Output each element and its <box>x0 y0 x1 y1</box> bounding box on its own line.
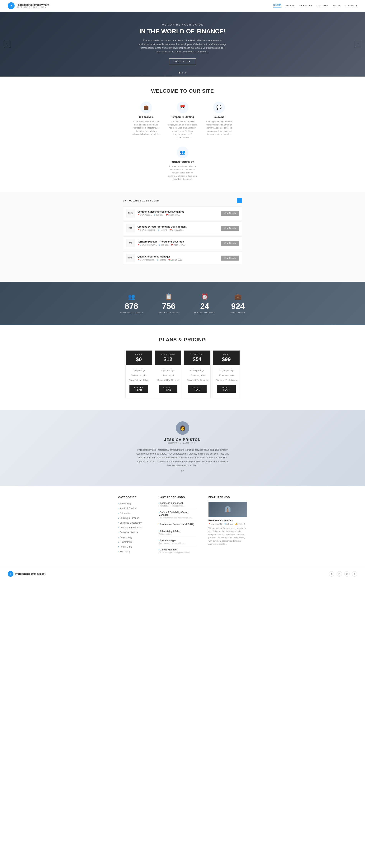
pricing-feature-advanced-1: 10 featured jobs <box>186 373 208 378</box>
stat-satisfied-clients: 👥 878 Satisfied Clients <box>120 293 143 314</box>
category-link-1[interactable]: Admin & Clerical <box>118 507 137 510</box>
pricing-feature-free-1: No featured jobs <box>128 373 150 378</box>
category-link-7[interactable]: Engineering <box>118 536 132 538</box>
sourcing-title: Sourcing <box>205 116 233 118</box>
hero-dot-1[interactable] <box>179 72 180 73</box>
pricing-select-btn-free[interactable]: Select Plan <box>129 385 148 393</box>
feature-job-analysis: 💼 Job analysis In situations where multi… <box>132 102 161 139</box>
category-link-9[interactable]: Health Care <box>118 546 132 548</box>
featured-job-description: We are looking for business consultants … <box>208 527 247 546</box>
nav-contact[interactable]: CONTACT <box>345 4 357 7</box>
job-location-0: 📍USA, Arizona <box>137 214 152 216</box>
feature-sourcing: 💬 Sourcing Sourcing is the use of one or… <box>205 102 233 139</box>
pricing-select-btn-standard[interactable]: Select Plan <box>159 385 177 393</box>
job-view-button-3[interactable]: View Details <box>221 255 239 260</box>
last-job-meta-1: This situation will lead and manage so..… <box>159 517 197 519</box>
pricing-feature-free-2: Displayed for 10 days <box>128 378 150 382</box>
social-linkedin[interactable]: in <box>337 571 342 577</box>
hours-support-icon: ⏰ <box>194 293 215 300</box>
footer-featured-job: FEATURED JOB 👔 Business Consultant 📍New … <box>208 496 247 557</box>
list-item: Store Manager Store Manager role at stir… <box>159 539 197 547</box>
job-view-button-0[interactable]: View Details <box>221 211 239 216</box>
hero-cta-button[interactable]: POST A JOB <box>169 58 196 65</box>
category-link-3[interactable]: Banking & Finance <box>118 517 139 519</box>
social-twitter[interactable]: t <box>329 571 334 577</box>
nav-blog[interactable]: BLOG <box>333 4 340 7</box>
pricing-feature-free-0: 1 job postings <box>128 368 150 373</box>
nav-services[interactable]: SERVICES <box>299 4 312 7</box>
list-item: Advertising / Sales Writing, public... <box>159 530 197 537</box>
job-meta-0: 📍USA, Arizona ⏱Full time 📅Sep 09, 2015 <box>137 214 221 216</box>
category-link-5[interactable]: Contract & Freelance <box>118 526 141 529</box>
logo[interactable]: ✈ Professional employment RECRUITING SEA… <box>8 2 49 9</box>
last-job-title-3[interactable]: Advertising / Sales <box>159 530 197 533</box>
pricing-features-standard: 4 job postings 1 featured job Displayed … <box>155 365 181 398</box>
jobs-arrow-button[interactable]: → <box>237 198 242 204</box>
list-item: Engineering <box>118 535 147 539</box>
job-view-button-2[interactable]: View Details <box>221 241 239 246</box>
nav-about[interactable]: ABOUT <box>286 4 294 7</box>
pricing-feature-advanced-2: Displayed For 30 days <box>186 378 208 382</box>
temp-staffing-title: Temporary Staffing <box>168 116 197 118</box>
featured-job-title[interactable]: Business Consultant <box>208 519 247 522</box>
pricing-plan-name-free: FREE <box>128 353 150 355</box>
pricing-select-btn-maxi[interactable]: Select Plan <box>217 385 236 393</box>
job-date-0: 📅Sep 09, 2015 <box>166 214 180 216</box>
hero-dot-2[interactable] <box>182 72 184 73</box>
jobs-header: 10 AVAILABLE JOBS FOUND → <box>123 198 242 204</box>
pricing-select-btn-advanced[interactable]: Select Plan <box>188 385 206 393</box>
category-link-4[interactable]: Business Opportunity <box>118 522 141 524</box>
list-item: Center Manager Center Manager manage res… <box>159 548 197 555</box>
social-facebook[interactable]: f <box>352 571 357 577</box>
last-job-title-1[interactable]: Safety & Reliability Group Manager <box>159 511 197 516</box>
pricing-card-maxi: MAXI $99 100 job postings 50 featured jo… <box>213 350 240 398</box>
features-grid: 💼 Job analysis In situations where multi… <box>115 102 250 181</box>
pricing-plan-name-standard: STANDARD <box>157 353 179 355</box>
hero-next-button[interactable]: › <box>355 41 361 48</box>
last-job-title-5[interactable]: Center Manager <box>159 548 197 551</box>
footer-social: t in g+ f <box>329 571 357 577</box>
last-job-meta-3: Writing, public... <box>159 533 197 535</box>
hero-dot-3[interactable] <box>185 72 187 73</box>
job-date-3: 📅Dec 14, 2015 <box>168 259 182 261</box>
category-link-2[interactable]: Automotive <box>118 512 131 515</box>
satisfied-clients-number: 878 <box>120 302 143 310</box>
category-link-0[interactable]: Accounting <box>118 502 131 505</box>
pricing-feature-standard-1: 1 featured job <box>157 373 179 378</box>
footer-last-jobs: LAST ADDED JOBS: Business Consultant 4 m… <box>159 496 197 557</box>
pricing-header-advanced: ADVANCED $54 <box>184 350 210 365</box>
internal-recruitment-icon: 👥 <box>177 147 188 158</box>
pricing-header-standard: STANDARD $12 <box>155 350 181 365</box>
projects-done-icon: 📋 <box>159 293 179 300</box>
pricing-feature-maxi-0: 100 job postings <box>215 368 238 373</box>
pricing-feature-standard-2: Displayed For 20 days <box>157 378 179 382</box>
category-link-6[interactable]: Customer Service <box>118 531 138 534</box>
job-logo-3: Genter <box>126 254 135 262</box>
social-google-plus[interactable]: g+ <box>344 571 350 577</box>
hero-prev-button[interactable]: ‹ <box>4 41 10 48</box>
last-job-title-0[interactable]: Business Consultant <box>159 502 197 504</box>
list-item: Contract & Freelance <box>118 526 147 529</box>
pricing-feature-standard-0: 4 job postings <box>157 368 179 373</box>
pricing-plan-name-advanced: ADVANCED <box>186 353 208 355</box>
pricing-section: PLANS & PRICING FREE $0 1 job postings N… <box>0 325 365 410</box>
welcome-title: WELCOME TO OUR SITE <box>8 88 357 94</box>
list-item: Customer Service <box>118 530 147 534</box>
list-item: Health Care <box>118 545 147 548</box>
internal-recruitment-title: Internal recruitment <box>168 160 197 163</box>
category-link-10[interactable]: Hospitality <box>118 550 130 553</box>
testimonial-company: COMPANY NAME INC. <box>8 442 357 444</box>
job-view-button-1[interactable]: View Details <box>221 226 239 230</box>
nav-gallery[interactable]: GALLERY <box>317 4 329 7</box>
featured-job-meta: 📍New York City ⏱Full time 💰$ 25,000 <box>208 523 247 525</box>
testimonial-text: I will definitely use Professional emplo… <box>135 448 231 468</box>
nav-home[interactable]: HOME <box>273 4 281 7</box>
category-link-8[interactable]: Government <box>118 541 132 544</box>
last-job-title-2[interactable]: Production Supervisor (62-647) <box>159 523 197 526</box>
hero-subtitle: WE CAN BE YOUR GUIDE <box>138 23 227 26</box>
last-job-title-4[interactable]: Store Manager <box>159 539 197 542</box>
pricing-card-advanced: ADVANCED $54 10 job postings 10 featured… <box>184 350 210 398</box>
last-job-meta-4: Store Manager role at stirling... <box>159 542 197 544</box>
footer-logo[interactable]: ✈ Professional employment <box>8 571 45 577</box>
hero-dots <box>179 72 187 73</box>
